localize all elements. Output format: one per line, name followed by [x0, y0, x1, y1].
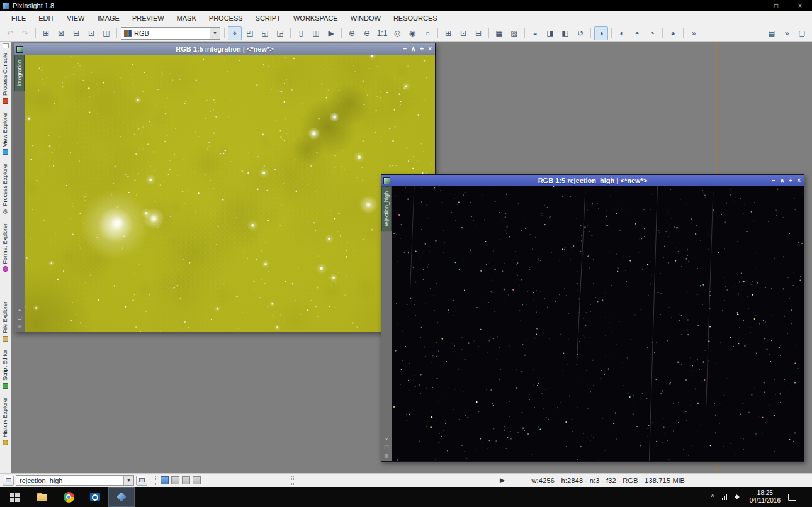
taskbar-file-explorer[interactable]	[29, 487, 55, 507]
sidebar-item-view-explorer[interactable]: View Explorer	[3, 112, 8, 155]
app-close-button[interactable]: ×	[788, 0, 812, 11]
sidebar-item-script-editor[interactable]: Script Editor	[3, 350, 8, 389]
tray-expand-icon[interactable]: ^	[711, 493, 714, 501]
window-shade-button[interactable]: ∧	[411, 46, 415, 52]
toolbar-overflow-button[interactable]: »	[687, 26, 701, 40]
zoom-in-button[interactable]: ⊕	[345, 26, 359, 40]
statusbar-drag-handle[interactable]	[154, 476, 156, 485]
menu-item-preview[interactable]: PREVIEW	[126, 11, 171, 25]
dynamic-crop-button[interactable]: ◲	[273, 26, 287, 40]
workspace-button-3[interactable]	[182, 476, 190, 484]
image-window-titlebar[interactable]: RGB 1:5 integration | <*new*> −∧+×	[14, 43, 435, 55]
redo-button[interactable]: ↷	[18, 26, 32, 40]
workspace-button-4[interactable]	[193, 476, 201, 484]
readout-mode-button[interactable]: ▶	[324, 26, 338, 40]
workspace-button-1[interactable]	[161, 476, 169, 484]
explorer-panel-button[interactable]: ▤	[765, 26, 779, 40]
menu-item-file[interactable]: FILE	[5, 11, 32, 25]
image-window-titlebar[interactable]: RGB 1:5 rejection_high | <*new*> −∧+×	[381, 175, 804, 186]
menu-item-workspace[interactable]: WORKSPACE	[287, 11, 344, 25]
mask-invert-button[interactable]: ▧	[507, 26, 521, 40]
sidebar-item-process-console[interactable]: Process Console	[3, 53, 8, 104]
menu-item-image[interactable]: IMAGE	[91, 11, 125, 25]
workspace[interactable]: RGB 1:5 integration | <*new*> −∧+× integ…	[11, 42, 812, 473]
fit-window-icon[interactable]: ×	[17, 308, 21, 313]
stf-24bit-lut-button[interactable]: ◔	[645, 26, 659, 40]
optimal-fit-button[interactable]: ○	[420, 26, 434, 40]
view-tab-integration[interactable]: integration	[14, 55, 25, 91]
workspace-button-2[interactable]	[171, 476, 179, 484]
menu-item-edit[interactable]: EDIT	[32, 11, 60, 25]
dropdown-arrow-icon[interactable]: ▼	[210, 28, 220, 39]
app-maximize-button[interactable]: □	[764, 0, 788, 11]
duplicate-image-button[interactable]: ⊠	[54, 26, 68, 40]
window-zoom-button[interactable]: +	[420, 46, 424, 52]
image-view-integration[interactable]	[25, 55, 435, 332]
window-close-button[interactable]: ×	[797, 177, 801, 184]
iconize-image-button[interactable]: ◫	[99, 26, 113, 40]
color-management-button[interactable]: ◕	[666, 26, 680, 40]
menu-item-resources[interactable]: RESOURCES	[387, 11, 444, 25]
dropdown-arrow-icon[interactable]: ▼	[123, 476, 133, 485]
new-view-button[interactable]	[136, 476, 147, 486]
readout-probe-icon[interactable]: ◎	[384, 454, 388, 459]
menu-item-script[interactable]: SCRIPT	[249, 11, 287, 25]
zoom-mode-button[interactable]: ◰	[243, 26, 257, 40]
volume-icon[interactable]	[735, 493, 742, 501]
pan-mode-button[interactable]: ⌖	[228, 26, 242, 40]
zoom-to-fit-button[interactable]: ◎	[390, 26, 404, 40]
fit-window-icon[interactable]: ×	[384, 437, 388, 442]
menu-item-process[interactable]: PROCESS	[203, 11, 249, 25]
image-information-button[interactable]: ⊡	[84, 26, 98, 40]
zoom-1-1-button[interactable]: 1:1	[375, 26, 389, 40]
window-close-button[interactable]: ×	[428, 46, 432, 52]
image-view-rejection-high[interactable]	[392, 186, 804, 461]
stf-edit-button[interactable]: ◒	[528, 26, 542, 40]
process-play-button[interactable]: ▶	[500, 476, 505, 484]
menu-item-mask[interactable]: MASK	[171, 11, 203, 25]
delete-preview-button[interactable]: ⊟	[471, 26, 485, 40]
view-list-button[interactable]	[3, 476, 14, 486]
screen-monitor-button[interactable]: ▢	[795, 26, 809, 40]
image-window-rejection-high[interactable]: RGB 1:5 rejection_high | <*new*> −∧+× re…	[381, 174, 804, 462]
action-center-icon[interactable]	[788, 494, 796, 501]
active-view-select[interactable]: rejection_high ▼	[16, 475, 134, 486]
new-image-button[interactable]: ⊞	[39, 26, 53, 40]
center-image-button[interactable]: ◱	[258, 26, 272, 40]
taskbar-outlook[interactable]	[82, 487, 108, 507]
mask-enable-button[interactable]: ▦	[492, 26, 506, 40]
save-image-button[interactable]: ⊟	[69, 26, 83, 40]
window-shade-button[interactable]: ∧	[780, 177, 784, 184]
menu-item-window[interactable]: WINDOW	[344, 11, 387, 25]
auto-stretch-button[interactable]: ◑	[594, 26, 608, 40]
selection-icon[interactable]: ☐	[17, 316, 21, 321]
sidebar-item-history-explorer[interactable]: History Explorer	[3, 397, 8, 445]
reset-stretch-button[interactable]: ↺	[573, 26, 587, 40]
edit-preview-button[interactable]: ⊡	[456, 26, 470, 40]
view-tab-rejection-high[interactable]: rejection_high	[381, 186, 392, 231]
taskbar-pixinsight[interactable]	[108, 487, 135, 507]
selection-icon[interactable]: ☐	[384, 445, 388, 450]
window-iconize-button[interactable]: −	[403, 46, 407, 52]
taskbar-chrome[interactable]	[55, 487, 82, 507]
app-minimize-button[interactable]: −	[740, 0, 764, 11]
start-button[interactable]	[0, 487, 29, 507]
vertical-split-button[interactable]: ▯	[294, 26, 308, 40]
sidebar-item-process-explorer[interactable]: Process Explorer⚙	[3, 163, 8, 215]
new-preview-button[interactable]: ⊞	[441, 26, 455, 40]
image-window-integration[interactable]: RGB 1:5 integration | <*new*> −∧+× integ…	[14, 43, 436, 332]
horizontal-split-button[interactable]: ◫	[309, 26, 323, 40]
window-iconize-button[interactable]: −	[772, 177, 775, 184]
zoom-out-button[interactable]: ⊖	[360, 26, 374, 40]
network-icon[interactable]	[722, 494, 727, 500]
dock-icon[interactable]	[3, 43, 9, 48]
panel-overflow-button[interactable]: »	[780, 26, 794, 40]
taskbar-clock[interactable]: 18:25 04/11/2016	[750, 489, 781, 504]
sidebar-item-format-explorer[interactable]: Format Explorer	[3, 223, 8, 272]
display-mode-select[interactable]: RGB▼	[121, 27, 220, 40]
window-zoom-button[interactable]: +	[789, 177, 792, 184]
menu-item-view[interactable]: VIEW	[60, 11, 91, 25]
stf-tracking-button[interactable]: ◓	[630, 26, 644, 40]
statusbar-drag-handle[interactable]	[291, 476, 294, 485]
histogram-transform-button[interactable]: ◨	[543, 26, 557, 40]
